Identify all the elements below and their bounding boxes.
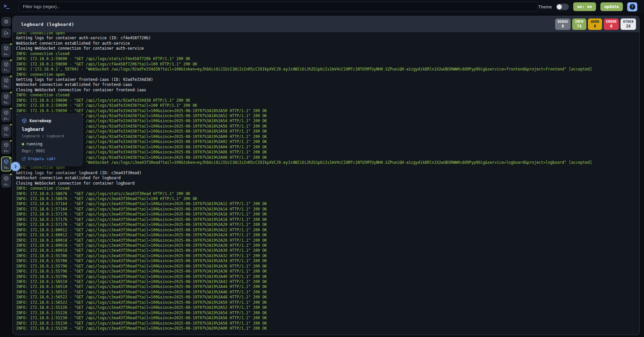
log-line: INFO: 172.18.0.1:59690 - "GET /api/logs/… [16, 155, 636, 160]
badge-level-label: DEBUG [557, 20, 568, 23]
badge-count: 74 [575, 24, 584, 29]
container-cube-icon [4, 142, 9, 149]
app-logo-terminal-icon: >_ [4, 3, 9, 9]
log-line: WebSocket connection established for aut… [16, 41, 636, 46]
sidebar-divider [2, 41, 10, 41]
external-link-icon [22, 157, 26, 161]
container-label: ka… [4, 101, 8, 104]
log-line: Closing WebSocket connection for contain… [16, 88, 636, 93]
badge-count: 0 [606, 24, 617, 29]
running-status-dot [10, 107, 12, 110]
container-cube-icon [4, 62, 9, 68]
container-cube-icon [22, 118, 27, 123]
open-site-link[interactable]: Открыть сайт [22, 156, 77, 161]
log-line: Getting logs for container frontend-iaas… [16, 77, 636, 82]
page-title: logboard (logboard) [21, 22, 74, 27]
badge-count: 0 [557, 24, 568, 29]
log-line: INFO: 172.18.0.1:55796 - "GET /api/logs/… [16, 269, 636, 274]
theme-toggle-knob [557, 4, 562, 9]
log-line: INFO: 172.18.0.1:60012 - "GET /api/logs/… [16, 233, 636, 238]
container-label: re… [4, 133, 8, 136]
sidebar: ⚙ au…fr…ka…ka…po…re…zo…lo…us… [0, 13, 12, 337]
sidebar-item-container-8[interactable]: lo… [1, 156, 11, 172]
log-line: Getting logs for container logboard (ID:… [16, 171, 636, 176]
log-line: Closing WebSocket connection for contain… [16, 46, 636, 51]
log-line: INFO: 172.18.0.1:60018 - "GET /api/logs/… [16, 248, 636, 253]
sidebar-item-container-1[interactable]: au… [1, 44, 11, 57]
theme-toggle[interactable] [556, 4, 569, 10]
log-line: INFO: 172.18.0.1:57176 - "GET /api/logs/… [16, 212, 636, 217]
log-line: INFO: 172.18.0.1:55786 - "GET /api/logs/… [16, 258, 636, 263]
badge-level-label: ERROR [606, 20, 617, 23]
log-line: INFO: 172.18.0.1:59690 - "GET /api/logs/… [16, 103, 636, 108]
log-line: INFO: 172.18.0.1:59690 - "GET /api/logs/… [16, 150, 636, 155]
sidebar-item-container-7[interactable]: zo… [1, 140, 11, 154]
log-line: INFO: 172.18.0.1:59690 - "GET /api/logs/… [16, 62, 636, 67]
sidebar-containers: au…fr…ka…ka…po…re…zo…lo…us… [1, 44, 11, 188]
log-line: INFO: 172.18.0.1:60012 - "GET /api/logs/… [16, 228, 636, 233]
log-line: WebSocket connection established for fro… [16, 82, 636, 87]
log-line: INFO: connection open [16, 32, 636, 36]
sidebar-item-container-4[interactable]: ka… [1, 92, 11, 106]
logout-icon [4, 31, 9, 36]
help-button[interactable]: ? [627, 2, 637, 11]
sidebar-item-container-6[interactable]: re… [1, 124, 11, 138]
log-line: WebSocket connection established for log… [16, 176, 636, 181]
log-line: INFO: 172.18.0.1:55230 - "GET /api/logs/… [16, 316, 636, 321]
log-line: INFO: 172.18.0.1:59690 - "GET /api/logs/… [16, 108, 636, 113]
gear-icon: ⚙ [4, 18, 8, 25]
sidebar-item-container-5[interactable]: po… [1, 108, 11, 122]
container-label: zo… [4, 149, 8, 152]
log-line: INFO: 172.18.0.1:60018 - "GET /api/logs/… [16, 238, 636, 243]
log-line: INFO: 172.18.0.1:59690 - "GET /api/logs/… [16, 113, 636, 118]
badge-debug[interactable]: DEBUG0 [555, 18, 571, 30]
container-label: au… [4, 53, 8, 56]
sidebar-item-container-9[interactable]: us… [1, 174, 11, 188]
container-label: po… [4, 117, 8, 120]
question-icon: ? [630, 4, 635, 10]
settings-button[interactable]: ⚙ [1, 17, 11, 27]
ws-status-button[interactable]: ws: on [573, 2, 596, 11]
tooltip-header: Контейнер [22, 118, 77, 123]
log-line: INFO: 172.18.0.1:59690 - "GET /api/logs/… [16, 129, 636, 134]
level-badges: DEBUG0INFO74WARN0ERROR0OTHER26 [555, 18, 636, 30]
sidebar-item-container-3[interactable]: ka… [1, 76, 11, 90]
badge-other[interactable]: OTHER26 [621, 18, 636, 30]
badge-info[interactable]: INFO74 [572, 18, 586, 30]
log-line: INFO: 172.18.0.1:60018 - "GET /api/logs/… [16, 243, 636, 248]
logout-button[interactable] [1, 28, 11, 38]
log-line: INFO: 172.18.0.1:55796 - "GET /api/logs/… [16, 264, 636, 269]
log-line: INFO: 172.18.0.1:57176 - "GET /api/logs/… [16, 217, 636, 222]
log-line: INFO: 172.18.0.1:57176 - "GET /api/logs/… [16, 222, 636, 227]
log-line: INFO: 172.18.0.1:55226 - "GET /api/logs/… [16, 310, 636, 316]
log-line: INFO: 172.18.0.1:55230 - "GET /api/logs/… [16, 326, 636, 331]
running-status-dot [22, 143, 24, 145]
badge-warn[interactable]: WARN0 [588, 18, 602, 30]
log-line: INFO: 172.18.0.1:55226 - "GET /api/logs/… [16, 305, 636, 310]
log-line: INFO: 172.18.0.1:56522 - "GET /api/logs/… [16, 300, 636, 305]
container-subtitle: logboard • logboard [22, 134, 77, 138]
container-label: us… [4, 183, 8, 186]
tooltip-header-label: Контейнер [30, 118, 51, 123]
container-port: Порт: 9001 [22, 149, 77, 153]
container-cube-icon [4, 46, 9, 52]
running-status-dot [10, 91, 12, 94]
expand-sidebar-button[interactable] [11, 162, 20, 171]
container-tooltip: Контейнер logboard logboard • logboard r… [16, 113, 83, 166]
log-line: INFO: connection closed [16, 51, 636, 56]
badge-error[interactable]: ERROR0 [604, 18, 619, 30]
topbar: >_ Theme ws: on update ? [0, 0, 644, 13]
log-line: INFO: 172.18.0.1:59690 - "GET /api/logs/… [16, 98, 636, 103]
running-status-dot [10, 173, 12, 176]
log-line: INFO: 172.18.0.1:59690 - "GET /api/logs/… [16, 139, 636, 144]
log-line: INFO: connection open [16, 72, 636, 77]
sidebar-item-container-2[interactable]: fr… [1, 60, 11, 74]
container-label: lo… [4, 166, 8, 169]
container-name: logboard [22, 127, 77, 132]
log-line: INFO: 172.18.0.1:55786 - "GET /api/logs/… [16, 253, 636, 258]
log-output[interactable]: INFO: connection openGetting logs for co… [13, 32, 639, 335]
filter-input[interactable] [18, 2, 538, 11]
update-button[interactable]: update [600, 2, 623, 11]
log-line: INFO: 172.18.0.1:56522 - "GET /api/logs/… [16, 295, 636, 300]
log-line: INFO: connection open [16, 165, 636, 170]
